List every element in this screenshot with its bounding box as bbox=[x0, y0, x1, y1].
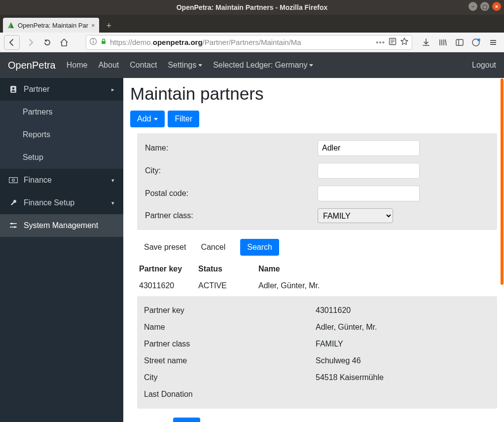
svg-point-20 bbox=[12, 179, 15, 182]
hamburger-menu-icon[interactable] bbox=[488, 38, 498, 47]
detail-label-partner-key: Partner key bbox=[144, 306, 316, 315]
sidebar-item-partner[interactable]: Partner ▸ bbox=[0, 78, 123, 101]
filter-button[interactable]: Filter bbox=[168, 111, 199, 127]
filter-name-input[interactable] bbox=[318, 140, 420, 156]
new-tab-button[interactable]: + bbox=[102, 19, 116, 33]
detail-value-partner-class: FAMILY bbox=[316, 340, 490, 348]
search-button[interactable]: Search bbox=[240, 239, 279, 256]
detail-label-name: Name bbox=[144, 323, 316, 332]
brand[interactable]: OpenPetra bbox=[8, 60, 56, 71]
browser-tab[interactable]: OpenPetra: Maintain Par × bbox=[3, 18, 99, 33]
th-name: Name bbox=[256, 261, 497, 277]
edit-button[interactable]: Edit bbox=[173, 418, 201, 422]
reader-mode-icon[interactable] bbox=[388, 37, 397, 47]
sidebar-item-label: Finance Setup bbox=[24, 198, 74, 207]
detail-label-city: City bbox=[144, 373, 316, 382]
sidebar-item-label: Finance bbox=[24, 176, 52, 185]
window-buttons: – ▢ × bbox=[468, 2, 501, 11]
sidebar-item-partners[interactable]: Partners bbox=[0, 101, 123, 123]
bookmark-star-icon[interactable] bbox=[400, 37, 409, 47]
page-actions-icon[interactable]: ••• bbox=[376, 38, 385, 46]
url-bar[interactable]: https://demo.openpetra.org/Partner/Partn… bbox=[86, 35, 412, 50]
save-preset-link[interactable]: Save preset bbox=[144, 243, 186, 252]
tab-close-icon[interactable]: × bbox=[91, 22, 95, 29]
svg-point-4 bbox=[93, 39, 94, 40]
sidebar-item-label: Partner bbox=[24, 85, 49, 94]
add-button[interactable]: Add bbox=[130, 111, 165, 127]
lock-icon bbox=[100, 38, 107, 46]
library-icon[interactable] bbox=[438, 38, 448, 47]
site-info-icon[interactable] bbox=[89, 38, 97, 47]
chevron-down-icon: ▾ bbox=[111, 177, 114, 184]
chevron-right-icon: ▸ bbox=[111, 86, 114, 93]
cancel-link[interactable]: Cancel bbox=[201, 243, 225, 252]
detail-value-city: 54518 Kaisermühle bbox=[316, 373, 490, 382]
sidebar-item-finance[interactable]: Finance ▾ bbox=[0, 169, 123, 192]
window-maximize-button[interactable]: ▢ bbox=[480, 2, 489, 11]
th-partner-key: Partner key bbox=[137, 261, 196, 277]
sidebar-toggle-icon[interactable] bbox=[455, 38, 465, 47]
nav-contact[interactable]: Contact bbox=[130, 61, 157, 70]
detail-value-street: Schulweg 46 bbox=[316, 356, 490, 365]
filter-panel: Name: City: Postal code: Partner class: … bbox=[137, 133, 497, 230]
partner-detail-panel: Partner key 43011620 Name Adler, Günter,… bbox=[137, 296, 497, 409]
svg-rect-5 bbox=[102, 41, 106, 44]
nav-logout[interactable]: Logout bbox=[472, 61, 496, 70]
svg-marker-1 bbox=[11, 22, 14, 28]
tab-favicon-icon bbox=[7, 21, 15, 29]
detail-label-last-donation: Last Donation bbox=[144, 390, 316, 399]
window-title: OpenPetra: Maintain Partners - Mozilla F… bbox=[177, 3, 328, 11]
results-table: Partner key Status Name 43011620 ACTIVE … bbox=[137, 261, 497, 294]
detail-value-partner-key: 43011620 bbox=[316, 306, 490, 315]
url-text: https://demo.openpetra.org/Partner/Partn… bbox=[110, 38, 301, 46]
partner-icon bbox=[9, 85, 18, 93]
sidebar-item-label: Setup bbox=[23, 153, 43, 161]
browser-tabstrip: OpenPetra: Maintain Par × + bbox=[0, 15, 504, 33]
app-navbar: OpenPetra Home About Contact Settings Se… bbox=[0, 52, 504, 78]
sidebar-item-label: Partners bbox=[23, 108, 52, 116]
detail-label-street: Street name bbox=[144, 356, 316, 365]
sidebar-item-setup[interactable]: Setup bbox=[0, 146, 123, 169]
nav-settings[interactable]: Settings bbox=[168, 61, 202, 70]
sidebar-item-finance-setup[interactable]: Finance Setup ▾ bbox=[0, 192, 123, 214]
svg-point-24 bbox=[14, 226, 16, 228]
nav-back-button[interactable] bbox=[4, 35, 20, 50]
sidebar-item-reports[interactable]: Reports bbox=[0, 123, 123, 146]
downloads-icon[interactable] bbox=[421, 38, 431, 47]
nav-forward-button[interactable] bbox=[25, 37, 36, 48]
sidebar: Partner ▸ Partners Reports Setup Finance… bbox=[0, 78, 123, 422]
tab-title: OpenPetra: Maintain Par bbox=[18, 22, 88, 29]
sidebar-item-label: System Management bbox=[24, 221, 98, 230]
tracking-protection-icon[interactable] bbox=[471, 38, 481, 47]
browser-toolbar: https://demo.openpetra.org/Partner/Partn… bbox=[0, 33, 504, 52]
svg-rect-3 bbox=[93, 41, 94, 43]
window-minimize-button[interactable]: – bbox=[468, 2, 477, 11]
nav-home-button[interactable] bbox=[58, 37, 70, 48]
cell-name: Adler, Günter, Mr. bbox=[256, 277, 497, 294]
th-status: Status bbox=[196, 261, 256, 277]
nav-reload-button[interactable] bbox=[41, 37, 53, 48]
filter-city-input[interactable] bbox=[318, 163, 420, 179]
detail-label-partner-class: Partner class bbox=[144, 340, 316, 348]
filter-postal-label: Postal code: bbox=[145, 189, 318, 198]
url-prefix: https://demo. bbox=[110, 38, 153, 46]
nav-selected-ledger[interactable]: Selected Ledger: Germany bbox=[213, 61, 313, 70]
cell-status: ACTIVE bbox=[196, 277, 256, 294]
nav-home[interactable]: Home bbox=[67, 61, 88, 70]
svg-point-22 bbox=[11, 223, 13, 225]
sidebar-item-system-management[interactable]: System Management bbox=[0, 214, 123, 237]
window-titlebar: OpenPetra: Maintain Partners - Mozilla F… bbox=[0, 0, 504, 15]
detail-value-name: Adler, Günter, Mr. bbox=[316, 323, 490, 332]
nav-about[interactable]: About bbox=[98, 61, 119, 70]
main-content: Maintain partners Add Filter Name: City:… bbox=[123, 78, 504, 422]
filter-class-select[interactable]: FAMILY bbox=[318, 208, 393, 223]
svg-rect-19 bbox=[9, 178, 18, 183]
chevron-down-icon: ▾ bbox=[111, 200, 114, 206]
table-row[interactable]: 43011620 ACTIVE Adler, Günter, Mr. bbox=[137, 277, 497, 294]
window-close-button[interactable]: × bbox=[492, 2, 501, 11]
sliders-icon bbox=[9, 222, 18, 229]
filter-postal-input[interactable] bbox=[318, 186, 420, 201]
detail-value-last-donation bbox=[316, 390, 490, 399]
filter-class-label: Partner class: bbox=[145, 211, 318, 220]
svg-point-18 bbox=[12, 87, 14, 89]
